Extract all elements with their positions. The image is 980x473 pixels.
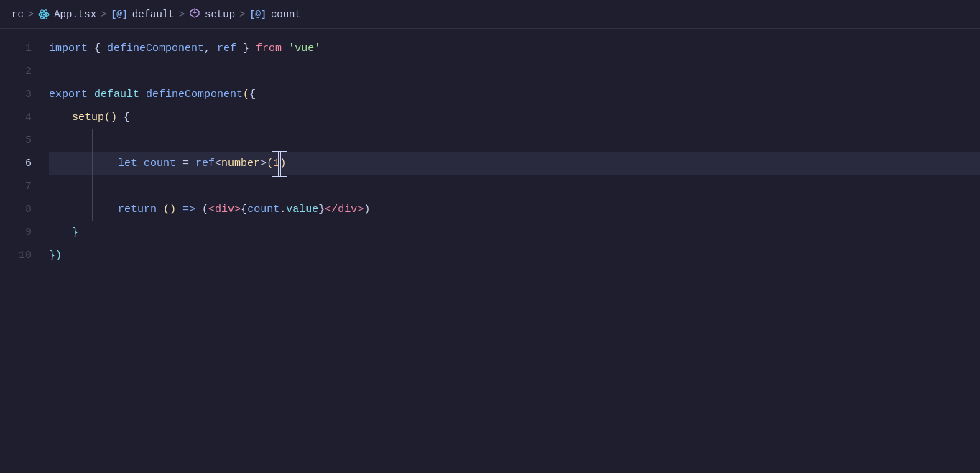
breadcrumb-bar: rc > App.tsx > [@] default > setup > [@]… [0,0,980,29]
code-line-3: export default defineComponent ( { [49,83,980,106]
editor-area: 1 2 3 4 5 6 7 8 9 10 import { defineComp… [0,29,980,473]
svg-line-6 [190,11,195,13]
code-line-9: } [49,221,980,244]
line-numbers: 1 2 3 4 5 6 7 8 9 10 [0,29,43,473]
breadcrumb-sep-3: > [179,9,185,20]
line-number-8: 8 [0,198,32,221]
svg-point-3 [43,13,45,15]
code-line-8: return () => ( <div> { count . value } <… [49,198,980,221]
line-number-2: 2 [0,60,32,83]
code-line-5 [49,129,980,152]
indent-guide-6 [92,152,93,175]
code-line-10: }) [49,244,980,267]
svg-line-7 [195,11,199,13]
line-number-4: 4 [0,106,32,129]
line-number-9: 9 [0,221,32,244]
breadcrumb-icon-count: [@] [249,9,266,19]
breadcrumb-sep-4: > [239,9,245,20]
line-number-10: 10 [0,244,32,267]
code-line-1: import { defineComponent , ref } from 'v… [49,37,980,60]
indent-guide-7 [92,175,93,198]
breadcrumb-sep-1: > [28,9,34,20]
breadcrumb-filename: App.tsx [54,9,96,20]
breadcrumb-default: default [132,9,175,20]
breadcrumb-prefix: rc [11,9,24,20]
code-line-4: setup () { [49,106,980,129]
breadcrumb-icon-setup [189,7,200,22]
code-editor[interactable]: import { defineComponent , ref } from 'v… [43,29,980,473]
line-number-6: 6 [0,152,32,175]
react-icon [38,9,50,20]
indent-guide-5 [92,129,93,152]
breadcrumb-count: count [271,9,301,20]
line-number-5: 5 [0,129,32,152]
line-number-1: 1 [0,37,32,60]
breadcrumb-icon-default: [@] [111,9,127,19]
code-line-2 [49,60,980,83]
code-line-6: let count = ref < number > ( 1 ) [49,152,980,175]
breadcrumb-setup: setup [205,9,235,20]
line-number-7: 7 [0,175,32,198]
breadcrumb-sep-2: > [101,9,106,20]
line-number-3: 3 [0,83,32,106]
code-line-7 [49,175,980,198]
indent-guide-8 [92,198,93,221]
